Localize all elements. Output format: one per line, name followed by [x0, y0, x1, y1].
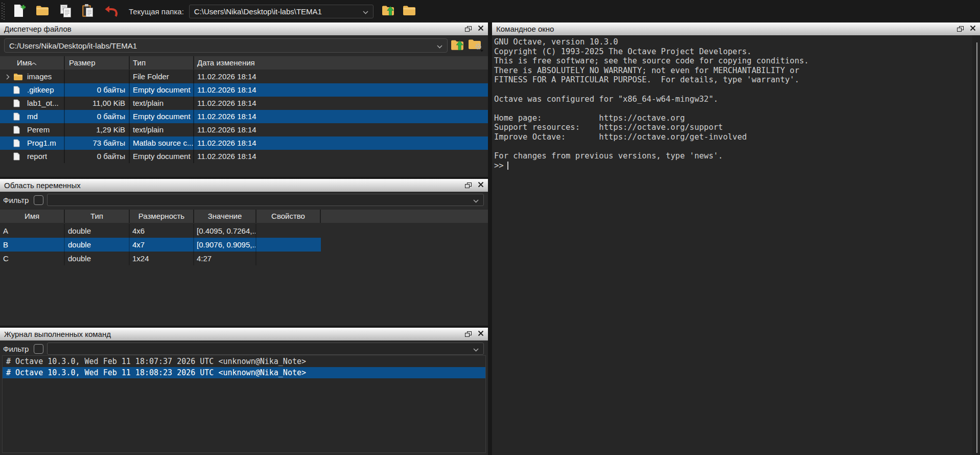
table-row[interactable]: md 0 байты Empty document 11.02.2026 18:…: [0, 110, 488, 123]
file-icon: [13, 139, 24, 147]
panel-title: Командное окно: [496, 25, 554, 33]
current-folder-value: C:\Users\Nika\Desktop\it-labs\TEMA1: [194, 7, 322, 16]
new-script-icon: [13, 4, 26, 19]
filter-combobox[interactable]: [47, 343, 484, 355]
file-browser-titlebar[interactable]: Диспетчер файлов: [0, 22, 488, 35]
close-button[interactable]: [478, 181, 484, 189]
close-icon: [478, 330, 484, 338]
panel-title: Журнал выполненных команд: [4, 330, 111, 338]
main-toolbar: Текущая папка: C:\Users\Nika\Desktop\it-…: [0, 0, 980, 22]
toolbar-drag-handle[interactable]: [2, 3, 5, 20]
table-row[interactable]: images File Folder 11.02.2026 18:14: [0, 70, 488, 83]
browse-folder-button[interactable]: [402, 4, 417, 19]
undock-button[interactable]: [465, 183, 472, 188]
text-cursor: [507, 162, 508, 170]
close-button[interactable]: [970, 25, 976, 33]
table-row[interactable]: Prog1.m 73 байты Matlab source c... 11.0…: [0, 136, 488, 150]
scrollbar-thumb[interactable]: [976, 42, 977, 453]
file-icon: [13, 99, 24, 107]
folder-actions-button[interactable]: [468, 38, 484, 54]
column-header-size[interactable]: Размер: [65, 56, 130, 70]
undock-button[interactable]: [465, 26, 472, 32]
column-header-date[interactable]: Дата изменения: [194, 56, 488, 70]
history-filter-row: Фильтр: [0, 342, 488, 356]
table-row[interactable]: Perem 1,29 KiB text/plain 11.02.2026 18:…: [0, 123, 488, 136]
file-table-body: images File Folder 11.02.2026 18:14 .git…: [0, 70, 488, 163]
undock-button[interactable]: [957, 26, 964, 32]
file-icon: [13, 112, 24, 121]
expander-icon[interactable]: [2, 74, 13, 80]
filter-checkbox[interactable]: [34, 344, 43, 354]
filter-label: Фильтр: [3, 196, 29, 204]
undock-icon: [465, 26, 472, 32]
folder-up-icon: [451, 46, 465, 53]
folder-icon: [13, 73, 24, 81]
column-header-type[interactable]: Тип: [130, 56, 194, 70]
list-item[interactable]: # Octave 10.3.0, Wed Feb 11 18:08:23 202…: [3, 367, 485, 378]
path-value: C:/Users/Nika/Desktop/it-labs/TEMA1: [9, 41, 137, 50]
filter-label: Фильтр: [3, 345, 29, 353]
folder-open-icon: [36, 5, 49, 18]
command-window-titlebar[interactable]: Командное окно: [492, 22, 980, 35]
close-button[interactable]: [478, 25, 484, 33]
close-button[interactable]: [478, 330, 484, 338]
table-row[interactable]: Adouble4x6[0.4095, 0.7264,...: [0, 224, 488, 238]
column-header-name[interactable]: Имя: [0, 210, 65, 223]
one-directory-up-button[interactable]: [451, 38, 465, 53]
close-icon: [478, 25, 484, 33]
workspace-titlebar[interactable]: Область переменных: [0, 179, 488, 192]
close-icon: [970, 25, 976, 33]
list-item[interactable]: # Octave 10.3.0, Wed Feb 11 18:07:37 202…: [3, 356, 485, 367]
filter-checkbox[interactable]: [34, 195, 43, 205]
workspace-table-body: Adouble4x6[0.4095, 0.7264,... Bdouble4x7…: [0, 224, 488, 265]
undock-button[interactable]: [465, 331, 472, 337]
panel-title: Диспетчер файлов: [4, 25, 72, 33]
table-row[interactable]: lab1_ot... 11,00 KiB text/plain 11.02.20…: [0, 97, 488, 110]
paste-button[interactable]: [81, 3, 95, 20]
folder-up-icon: [382, 5, 395, 18]
copy-button[interactable]: [58, 3, 73, 20]
workspace-table-header: Имя Тип Размерность Значение Свойство: [0, 210, 488, 223]
command-history-list: # Octave 10.3.0, Wed Feb 11 18:07:37 202…: [2, 355, 486, 453]
terminal-banner: GNU Octave, version 10.3.0 Copyright (C)…: [492, 35, 972, 161]
clipboard-paste-icon: [82, 4, 94, 19]
chevron-down-icon: [473, 196, 479, 204]
chevron-down-icon: [473, 345, 479, 353]
undock-icon: [465, 183, 472, 188]
file-browser-panel: Диспетчер файлов C:/Users/Nika/Desktop/i…: [0, 22, 488, 177]
file-icon: [13, 152, 24, 161]
column-header-dims[interactable]: Размерность: [130, 210, 194, 223]
table-row[interactable]: .gitkeep 0 байты Empty document 11.02.20…: [0, 83, 488, 97]
current-folder-combobox[interactable]: C:\Users\Nika\Desktop\it-labs\TEMA1: [189, 5, 374, 18]
terminal-area[interactable]: GNU Octave, version 10.3.0 Copyright (C)…: [492, 35, 972, 455]
table-row[interactable]: Cdouble1x244:27: [0, 252, 488, 265]
file-icon: [13, 86, 24, 94]
path-combobox[interactable]: C:/Users/Nika/Desktop/it-labs/TEMA1: [4, 38, 448, 53]
column-header-name[interactable]: Имя: [0, 56, 65, 70]
command-history-titlebar[interactable]: Журнал выполненных команд: [0, 328, 488, 340]
column-header-type[interactable]: Тип: [65, 210, 130, 223]
workspace-filter-row: Фильтр: [0, 193, 488, 207]
chevron-down-icon: [437, 41, 442, 50]
open-button[interactable]: [35, 4, 50, 19]
workspace-panel: Область переменных Фильтр Имя Тип Размер…: [0, 179, 488, 326]
table-row[interactable]: report 0 байты Empty document 11.02.2026…: [0, 150, 488, 163]
terminal-prompt-line: >>: [492, 161, 972, 171]
command-history-panel: Журнал выполненных команд Фильтр # Octav…: [0, 328, 488, 455]
close-icon: [478, 181, 484, 189]
file-icon: [13, 126, 24, 134]
file-browser-path-row: C:/Users/Nika/Desktop/it-labs/TEMA1: [0, 38, 488, 53]
column-header-attribute[interactable]: Свойство: [256, 210, 321, 223]
undo-button[interactable]: [103, 4, 119, 19]
table-row[interactable]: Bdouble4x7[0.9076, 0.9095,...: [0, 238, 321, 252]
column-header-value[interactable]: Значение: [194, 210, 256, 223]
folder-up-button[interactable]: [381, 4, 396, 19]
new-script-button[interactable]: [12, 3, 27, 20]
chevron-down-icon: [363, 7, 368, 16]
terminal-scrollbar[interactable]: [972, 35, 980, 455]
undock-icon: [957, 26, 964, 32]
filter-combobox[interactable]: [47, 194, 484, 206]
octave-main-window: Текущая папка: C:\Users\Nika\Desktop\it-…: [0, 0, 980, 455]
folder-gear-icon: [468, 46, 484, 54]
command-window-panel: Командное окно GNU Octave, version 10.3.…: [492, 22, 980, 455]
